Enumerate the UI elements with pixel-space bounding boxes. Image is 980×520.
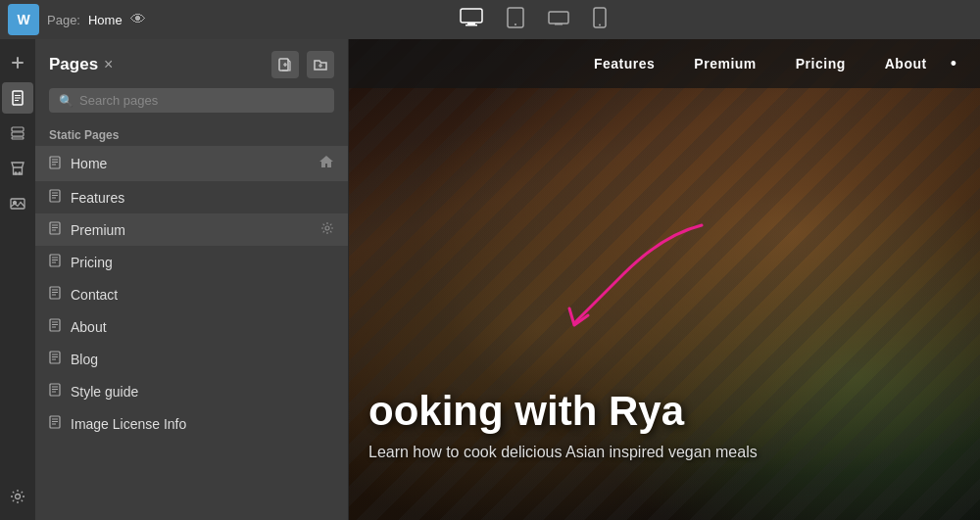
panel-actions bbox=[271, 51, 334, 78]
nav-item-about[interactable]: About bbox=[865, 46, 947, 81]
main-area: Pages × bbox=[0, 39, 980, 520]
add-element-icon[interactable] bbox=[2, 47, 33, 78]
top-bar: W Page: Home 👁 bbox=[0, 0, 980, 39]
search-wrapper: 🔍 bbox=[49, 88, 334, 113]
page-item-contact[interactable]: Contact bbox=[35, 278, 348, 310]
tablet-icon[interactable] bbox=[503, 3, 528, 37]
page-file-icon bbox=[49, 415, 61, 432]
page-file-icon bbox=[49, 286, 61, 303]
weebly-logo[interactable]: W bbox=[8, 4, 39, 35]
preview-hero: ooking with Rya Learn how to cook delici… bbox=[349, 389, 980, 461]
page-file-icon bbox=[49, 351, 61, 367]
page-item-premium[interactable]: Premium bbox=[35, 213, 348, 246]
svg-rect-17 bbox=[12, 137, 24, 139]
mobile-icon[interactable] bbox=[589, 3, 611, 37]
desktop-icon[interactable] bbox=[456, 4, 487, 36]
add-folder-button[interactable] bbox=[307, 51, 334, 78]
device-switcher bbox=[456, 3, 611, 37]
panel-close-button[interactable]: × bbox=[104, 56, 113, 73]
search-icon: 🔍 bbox=[59, 94, 74, 108]
svg-point-4 bbox=[514, 24, 516, 25]
svg-rect-13 bbox=[15, 98, 21, 99]
eye-icon[interactable]: 👁 bbox=[130, 11, 146, 28]
nav-item-features[interactable]: Features bbox=[574, 46, 674, 81]
svg-point-22 bbox=[16, 495, 21, 499]
svg-rect-10 bbox=[12, 62, 24, 64]
nav-overflow-dot[interactable]: • bbox=[947, 44, 960, 84]
page-file-icon bbox=[49, 221, 61, 238]
svg-point-8 bbox=[599, 24, 601, 25]
page-item-blog[interactable]: Blog bbox=[35, 343, 348, 375]
page-item-about[interactable]: About bbox=[35, 310, 348, 343]
search-container: 🔍 bbox=[35, 88, 348, 122]
add-page-button[interactable] bbox=[271, 51, 299, 78]
page-item-pricing[interactable]: Pricing bbox=[35, 246, 348, 278]
nav-item-premium[interactable]: Premium bbox=[674, 46, 775, 81]
page-name-about: About bbox=[71, 319, 334, 335]
page-file-icon bbox=[49, 189, 61, 206]
nav-item-pricing[interactable]: Pricing bbox=[776, 46, 865, 81]
svg-point-19 bbox=[19, 172, 21, 174]
current-page-name: Home bbox=[88, 13, 122, 27]
home-badge-icon bbox=[318, 154, 334, 173]
hero-subtitle: Learn how to cook delicious Asian inspir… bbox=[368, 444, 960, 461]
svg-rect-14 bbox=[15, 100, 19, 101]
page-name-premium: Premium bbox=[71, 222, 320, 238]
page-name-image-license: Image License Info bbox=[71, 416, 334, 432]
svg-rect-2 bbox=[466, 24, 477, 26]
gear-icon[interactable] bbox=[320, 221, 334, 238]
preview-area: Features Premium Pricing About • ooking … bbox=[349, 39, 980, 520]
panel-title: Pages bbox=[49, 55, 98, 74]
page-item-features[interactable]: Features bbox=[35, 181, 348, 213]
panel-header: Pages × bbox=[35, 39, 348, 88]
hero-title: ooking with Rya bbox=[368, 389, 960, 434]
page-name-blog: Blog bbox=[71, 352, 334, 367]
page-file-icon bbox=[49, 254, 61, 270]
layers-icon[interactable] bbox=[2, 118, 33, 149]
page-name-style-guide: Style guide bbox=[71, 384, 334, 400]
page-label: Page: bbox=[47, 13, 80, 27]
svg-rect-1 bbox=[467, 23, 475, 24]
small-screen-icon[interactable] bbox=[544, 5, 573, 35]
page-name-pricing: Pricing bbox=[71, 255, 334, 270]
search-input[interactable] bbox=[79, 93, 324, 108]
media-icon[interactable] bbox=[2, 188, 33, 219]
pages-icon[interactable] bbox=[2, 82, 33, 114]
page-file-icon bbox=[49, 318, 61, 335]
svg-point-27 bbox=[325, 226, 329, 230]
preview-nav: Features Premium Pricing About • bbox=[349, 39, 980, 88]
static-pages-label: Static Pages bbox=[35, 122, 348, 146]
page-item-image-license[interactable]: Image License Info bbox=[35, 407, 348, 440]
svg-rect-6 bbox=[555, 24, 563, 25]
svg-rect-12 bbox=[15, 95, 21, 96]
settings-icon[interactable] bbox=[2, 481, 33, 512]
page-file-icon bbox=[49, 383, 61, 400]
svg-point-18 bbox=[15, 172, 17, 174]
top-bar-left: W Page: Home 👁 bbox=[0, 4, 146, 35]
page-item-style-guide[interactable]: Style guide bbox=[35, 375, 348, 407]
svg-rect-0 bbox=[461, 9, 482, 23]
page-name-contact: Contact bbox=[71, 287, 334, 303]
page-file-icon bbox=[49, 156, 61, 172]
page-item-home[interactable]: Home bbox=[35, 146, 348, 181]
panel-title-area: Pages × bbox=[49, 55, 113, 74]
pages-panel: Pages × bbox=[35, 39, 349, 520]
svg-rect-16 bbox=[12, 132, 24, 136]
page-name-home: Home bbox=[71, 156, 318, 171]
svg-rect-15 bbox=[12, 127, 24, 131]
store-icon[interactable] bbox=[2, 153, 33, 184]
svg-rect-5 bbox=[549, 12, 568, 24]
page-list: Home Features bbox=[35, 146, 348, 520]
sidebar-icons bbox=[0, 39, 35, 520]
page-name-features: Features bbox=[71, 190, 334, 206]
